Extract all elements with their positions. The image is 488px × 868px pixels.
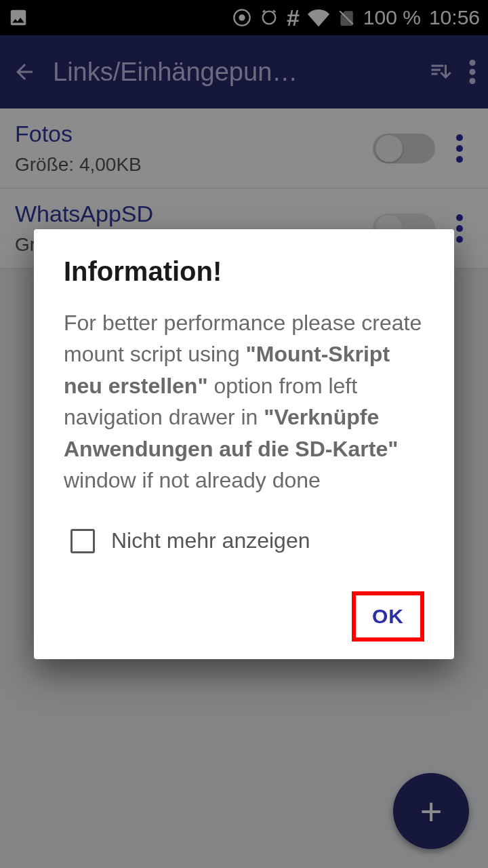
info-dialog: Information! For better performance plea… [34, 229, 454, 659]
dialog-scrim[interactable]: Information! For better performance plea… [0, 0, 488, 868]
dont-show-checkbox[interactable] [70, 529, 95, 553]
dialog-title: Information! [64, 256, 424, 287]
ok-button[interactable]: OK [352, 591, 424, 642]
dont-show-label: Nicht mehr anzeigen [111, 528, 310, 553]
dialog-body: For better performance please create mou… [64, 307, 424, 496]
